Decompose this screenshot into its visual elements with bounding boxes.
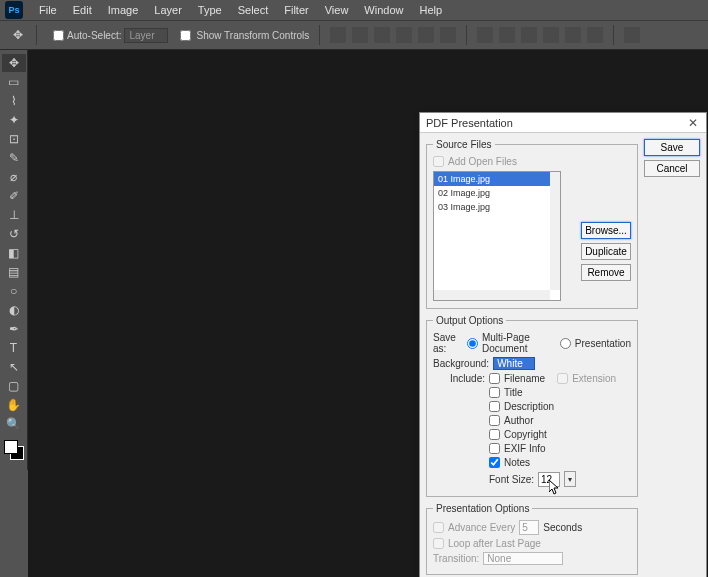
crop-tool[interactable]: ⊡ (2, 130, 26, 148)
close-icon[interactable]: ✕ (686, 116, 700, 130)
move-tool[interactable]: ✥ (2, 54, 26, 72)
advance-checkbox[interactable] (433, 522, 444, 533)
path-tool[interactable]: ↖ (2, 358, 26, 376)
browse-button[interactable]: Browse... (581, 222, 631, 239)
dialog-titlebar[interactable]: PDF Presentation ✕ (420, 113, 706, 133)
scrollbar-horizontal[interactable] (434, 290, 550, 300)
menu-layer[interactable]: Layer (146, 4, 190, 16)
color-swatches[interactable] (4, 440, 24, 460)
auto-select-checkbox[interactable] (53, 30, 64, 41)
eraser-tool[interactable]: ◧ (2, 244, 26, 262)
lasso-tool[interactable]: ⌇ (2, 92, 26, 110)
menu-image[interactable]: Image (100, 4, 147, 16)
menu-edit[interactable]: Edit (65, 4, 100, 16)
menu-filter[interactable]: Filter (276, 4, 316, 16)
transition-row: Transition: None (433, 552, 631, 565)
menu-file[interactable]: File (31, 4, 65, 16)
description-checkbox[interactable] (489, 401, 500, 412)
hand-tool[interactable]: ✋ (2, 396, 26, 414)
menu-view[interactable]: View (317, 4, 357, 16)
pen-tool[interactable]: ✒ (2, 320, 26, 338)
distribute-icon[interactable] (565, 27, 581, 43)
tools-panel: ✥ ▭ ⌇ ✦ ⊡ ✎ ⌀ ✐ ⊥ ↺ ◧ ▤ ○ ◐ ✒ T ↖ ▢ ✋ 🔍 (0, 50, 28, 470)
align-icon[interactable] (374, 27, 390, 43)
zoom-tool[interactable]: 🔍 (2, 415, 26, 433)
gradient-tool[interactable]: ▤ (2, 263, 26, 281)
brush-tool[interactable]: ✐ (2, 187, 26, 205)
file-list[interactable]: 01 Image.jpg 02 Image.jpg 03 Image.jpg (433, 171, 561, 301)
shape-tool[interactable]: ▢ (2, 377, 26, 395)
divider (613, 25, 614, 45)
advance-input[interactable] (519, 520, 539, 535)
output-options-group: Output Options Save as: Multi-Page Docum… (426, 315, 638, 497)
distribute-icon[interactable] (499, 27, 515, 43)
menu-window[interactable]: Window (356, 4, 411, 16)
title-checkbox[interactable] (489, 387, 500, 398)
wand-tool[interactable]: ✦ (2, 111, 26, 129)
cancel-button[interactable]: Cancel (644, 160, 700, 177)
notes-row: Notes (489, 457, 631, 468)
file-item[interactable]: 03 Image.jpg (434, 200, 560, 214)
transition-select[interactable]: None (483, 552, 563, 565)
scrollbar-vertical[interactable] (550, 172, 560, 290)
distribute-icon[interactable] (543, 27, 559, 43)
multi-page-radio[interactable] (467, 338, 478, 349)
blur-tool[interactable]: ○ (2, 282, 26, 300)
marquee-tool[interactable]: ▭ (2, 73, 26, 91)
loop-checkbox[interactable] (433, 538, 444, 549)
file-list-inner: 01 Image.jpg 02 Image.jpg 03 Image.jpg (434, 172, 560, 214)
menu-type[interactable]: Type (190, 4, 230, 16)
duplicate-button[interactable]: Duplicate (581, 243, 631, 260)
add-open-files-checkbox[interactable] (433, 156, 444, 167)
history-brush-tool[interactable]: ↺ (2, 225, 26, 243)
file-item[interactable]: 01 Image.jpg (434, 172, 560, 186)
distribute-icon[interactable] (587, 27, 603, 43)
background-select[interactable]: White (493, 357, 535, 370)
heal-tool[interactable]: ⌀ (2, 168, 26, 186)
file-item[interactable]: 02 Image.jpg (434, 186, 560, 200)
fg-color-swatch[interactable] (4, 440, 18, 454)
background-row: Background: White (433, 357, 631, 370)
distribute-icon[interactable] (521, 27, 537, 43)
menu-help[interactable]: Help (411, 4, 450, 16)
add-open-files-label: Add Open Files (448, 156, 517, 167)
divider (466, 25, 467, 45)
type-tool[interactable]: T (2, 339, 26, 357)
font-size-dropdown[interactable]: ▾ (564, 471, 576, 487)
align-icon[interactable] (330, 27, 346, 43)
align-icon[interactable] (396, 27, 412, 43)
show-transform-checkbox[interactable] (180, 30, 191, 41)
filename-checkbox[interactable] (489, 373, 500, 384)
dialog-title: PDF Presentation (426, 117, 513, 129)
exif-checkbox[interactable] (489, 443, 500, 454)
auto-select-group: Auto-Select: Layer (47, 28, 168, 43)
font-size-input[interactable] (538, 472, 560, 487)
copyright-checkbox[interactable] (489, 429, 500, 440)
mode-icon[interactable] (624, 27, 640, 43)
distribute-icon[interactable] (477, 27, 493, 43)
loop-row: Loop after Last Page (433, 538, 631, 549)
presentation-radio[interactable] (560, 338, 571, 349)
extension-checkbox[interactable] (557, 373, 568, 384)
loop-label: Loop after Last Page (448, 538, 541, 549)
align-icon[interactable] (440, 27, 456, 43)
description-row: Description (489, 401, 631, 412)
save-button[interactable]: Save (644, 139, 700, 156)
auto-select-label: Auto-Select: (67, 30, 121, 41)
remove-button[interactable]: Remove (581, 264, 631, 281)
align-icon[interactable] (418, 27, 434, 43)
app-logo: Ps (5, 1, 23, 19)
align-icon[interactable] (352, 27, 368, 43)
layer-dropdown[interactable]: Layer (124, 28, 167, 43)
show-transform-label: Show Transform Controls (197, 30, 310, 41)
output-options-legend: Output Options (433, 315, 506, 326)
dodge-tool[interactable]: ◐ (2, 301, 26, 319)
notes-checkbox[interactable] (489, 457, 500, 468)
stamp-tool[interactable]: ⊥ (2, 206, 26, 224)
author-checkbox[interactable] (489, 415, 500, 426)
eyedropper-tool[interactable]: ✎ (2, 149, 26, 167)
menu-select[interactable]: Select (230, 4, 277, 16)
author-row: Author (489, 415, 631, 426)
background-label: Background: (433, 358, 489, 369)
exif-row: EXIF Info (489, 443, 631, 454)
